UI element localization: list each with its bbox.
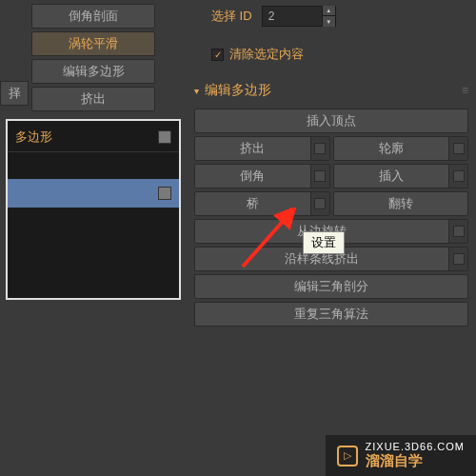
bevel-label: 倒角	[195, 168, 310, 185]
spinner-up-icon[interactable]: ▲	[323, 6, 335, 16]
extrude-button-left[interactable]: 挤出	[31, 87, 155, 111]
extrude-settings-icon[interactable]	[310, 137, 329, 160]
list-header: 多边形	[8, 121, 179, 152]
bridge-label: 桥	[195, 195, 310, 212]
collapse-icon: ▾	[194, 86, 199, 96]
insert-button[interactable]: 插入	[333, 164, 469, 188]
outline-button[interactable]: 轮廓	[333, 136, 469, 161]
spin-edge-settings-icon[interactable]	[448, 220, 467, 243]
bevel-settings-icon[interactable]	[310, 165, 329, 188]
insert-vertex-button[interactable]: 插入顶点	[194, 109, 468, 133]
retri-button[interactable]: 重复三角算法	[194, 302, 468, 327]
bridge-settings-icon[interactable]	[310, 192, 329, 215]
retri-label: 重复三角算法	[195, 306, 467, 323]
list-row-box-icon	[158, 187, 171, 200]
list-header-label: 多边形	[15, 129, 52, 146]
extrude-spline-settings-icon[interactable]	[448, 248, 467, 270]
clear-selection-label: 清除选定内容	[229, 46, 304, 63]
select-narrow-button[interactable]: 择	[0, 81, 29, 106]
list-header-box-icon	[158, 130, 171, 144]
edit-tri-button[interactable]: 编辑三角剖分	[194, 274, 468, 299]
list-row[interactable]	[8, 152, 179, 179]
flip-label: 翻转	[334, 195, 468, 212]
edit-poly-section-header[interactable]: ▾ 编辑多边形 ≡	[194, 82, 468, 99]
bridge-button[interactable]: 桥	[194, 191, 330, 216]
watermark-play-icon: ▷	[337, 446, 358, 466]
watermark-url: ZIXUE.3D66.COM	[366, 441, 465, 452]
insert-label: 插入	[334, 168, 449, 185]
chamfer-profile-button[interactable]: 倒角剖面	[31, 4, 155, 29]
watermark: ▷ ZIXUE.3D66.COM 溜溜自学	[326, 435, 476, 476]
tooltip: 设置	[303, 231, 345, 254]
turbo-smooth-button[interactable]: 涡轮平滑	[31, 31, 155, 56]
spinner-down-icon[interactable]: ▼	[323, 16, 335, 27]
list-row-selected[interactable]	[8, 179, 179, 208]
insert-settings-icon[interactable]	[448, 165, 467, 188]
select-id-label: 选择 ID	[211, 8, 252, 25]
section-title: 编辑多边形	[205, 82, 271, 99]
flip-button[interactable]: 翻转	[333, 191, 469, 216]
polygon-list[interactable]: 多边形	[6, 119, 181, 300]
edit-poly-button-left[interactable]: 编辑多边形	[31, 59, 155, 84]
spinner-value: 2	[263, 10, 322, 23]
outline-settings-icon[interactable]	[448, 137, 467, 160]
bevel-button[interactable]: 倒角	[194, 164, 330, 188]
section-menu-icon[interactable]: ≡	[462, 84, 468, 97]
extrude-button[interactable]: 挤出	[194, 136, 330, 161]
select-id-spinner[interactable]: 2 ▲ ▼	[262, 6, 336, 27]
outline-label: 轮廓	[334, 140, 449, 157]
extrude-label: 挤出	[195, 140, 310, 157]
clear-selection-checkbox[interactable]	[211, 49, 224, 61]
list-row[interactable]	[8, 208, 179, 234]
watermark-brand: 溜溜自学	[366, 452, 465, 470]
